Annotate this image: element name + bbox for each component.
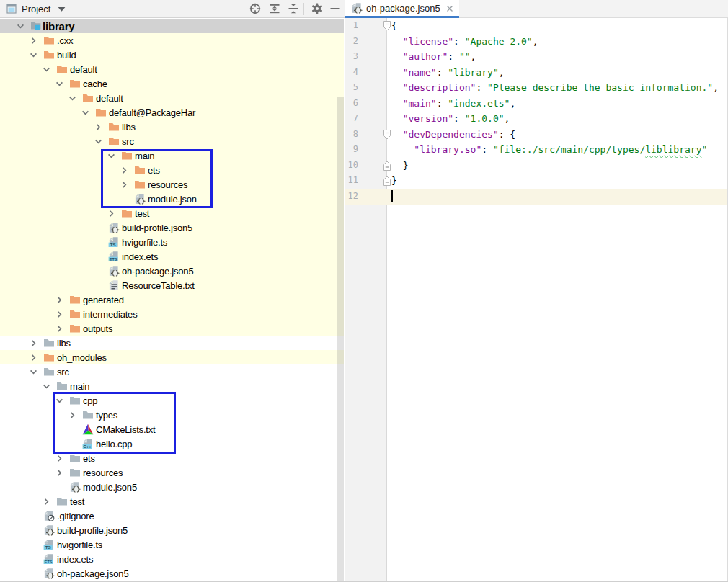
tree-row-hello.cpp[interactable]: C++hello.cpp xyxy=(0,436,344,451)
fold-end-icon[interactable] xyxy=(383,176,391,186)
code-line-1[interactable]: { xyxy=(391,18,397,34)
code-line-3[interactable]: "author": "", xyxy=(391,49,476,65)
code-line-6[interactable]: "main": "index.ets", xyxy=(391,96,515,112)
tree-row-default[interactable]: default xyxy=(0,91,344,105)
tree-row-ets[interactable]: ets xyxy=(0,163,344,177)
caret-row-highlight xyxy=(345,189,728,205)
line-number: 12 xyxy=(345,189,358,205)
code-line-10[interactable]: } xyxy=(391,158,408,174)
tree-row-oh-package.json5[interactable]: oh-package.json5 xyxy=(0,264,344,278)
tree-row-test[interactable]: test xyxy=(0,494,344,509)
svg-text:TS: TS xyxy=(45,545,51,550)
tree-row-build-profile.json5[interactable]: build-profile.json5 xyxy=(0,523,344,537)
folder-orange-icon xyxy=(43,49,55,61)
chevron-collapsed-icon[interactable] xyxy=(42,497,51,506)
expand-all-button[interactable] xyxy=(269,3,280,14)
chevron-collapsed-icon[interactable] xyxy=(29,339,38,348)
tree-row-main[interactable]: main xyxy=(0,148,344,163)
tree-row-oh-package.json5[interactable]: oh-package.json5 xyxy=(0,566,344,581)
tree-row-intermediates[interactable]: intermediates xyxy=(0,307,344,321)
chevron-down-icon[interactable] xyxy=(58,6,66,12)
tree-row-oh_modules[interactable]: oh_modules xyxy=(0,350,344,364)
tree-row-cpp[interactable]: cpp xyxy=(0,393,344,408)
tree-scrollbar-thumb[interactable] xyxy=(337,97,344,582)
chevron-expanded-icon[interactable] xyxy=(55,396,64,406)
tree-row-main[interactable]: main xyxy=(0,379,344,393)
select-opened-file-button[interactable] xyxy=(249,3,261,14)
hide-panel-button[interactable] xyxy=(329,3,341,14)
line-number: 4 xyxy=(345,65,358,81)
editor-body[interactable]: 1{2 "license": "Apache-2.0",3 "author": … xyxy=(345,18,728,582)
chevron-collapsed-icon[interactable] xyxy=(55,324,64,333)
tree-row-index.ets[interactable]: ETSindex.ets xyxy=(0,552,344,566)
tree-row-library[interactable]: library xyxy=(0,19,344,33)
chevron-expanded-icon[interactable] xyxy=(42,382,51,391)
tree-row-libs[interactable]: libs xyxy=(0,120,344,134)
fold-start-icon[interactable] xyxy=(383,130,391,140)
chevron-collapsed-icon[interactable] xyxy=(55,310,64,319)
fold-end-icon[interactable] xyxy=(383,161,391,171)
tree-row-.cxx[interactable]: .cxx xyxy=(0,33,344,48)
tree-row-.gitignore[interactable]: .gitignore xyxy=(0,509,344,523)
active-tab-indicator xyxy=(345,16,459,18)
tree-row-index.ets[interactable]: ETSindex.ets xyxy=(0,249,344,264)
tree-row-hvigorfile.ts[interactable]: TShvigorfile.ts xyxy=(0,537,344,552)
chevron-collapsed-icon[interactable] xyxy=(29,353,38,362)
tree-row-src[interactable]: src xyxy=(0,134,344,148)
chevron-collapsed-icon[interactable] xyxy=(107,209,116,218)
tree-row-src[interactable]: src xyxy=(0,364,344,379)
tree-row-module.json[interactable]: module.json xyxy=(0,192,344,206)
code-token: , xyxy=(713,82,719,93)
tree-row-types[interactable]: types xyxy=(0,408,344,422)
chevron-expanded-icon[interactable] xyxy=(16,22,25,31)
collapse-all-button[interactable] xyxy=(288,3,299,14)
tree-row-test[interactable]: test xyxy=(0,206,344,220)
code-line-4[interactable]: "name": "library", xyxy=(391,65,505,81)
tree-row-resources[interactable]: resources xyxy=(0,177,344,192)
editor-tab[interactable]: oh-package.json5 xyxy=(345,0,459,18)
tree-row-resources[interactable]: resources xyxy=(0,465,344,480)
chevron-expanded-icon[interactable] xyxy=(107,151,116,161)
tree-row-hvigorfile.ts[interactable]: TShvigorfile.ts xyxy=(0,235,344,249)
chevron-expanded-icon[interactable] xyxy=(42,65,51,74)
chevron-collapsed-icon[interactable] xyxy=(29,36,38,45)
tree-row-generated[interactable]: generated xyxy=(0,292,344,307)
tree-row-label: hvigorfile.ts xyxy=(55,540,102,550)
close-tab-icon[interactable] xyxy=(446,5,453,12)
fold-start-icon[interactable] xyxy=(383,21,391,31)
tree-row-build-profile.json5[interactable]: build-profile.json5 xyxy=(0,220,344,235)
tree-row-module.json5[interactable]: module.json5 xyxy=(0,480,344,494)
code-line-8[interactable]: "devDependencies": { xyxy=(391,127,515,143)
code-line-5[interactable]: "description": "Please describe the basi… xyxy=(391,80,719,96)
tree-row-cache[interactable]: cache xyxy=(0,76,344,91)
chevron-collapsed-icon[interactable] xyxy=(55,468,64,478)
chevron-expanded-icon[interactable] xyxy=(29,50,38,60)
chevron-expanded-icon[interactable] xyxy=(68,94,77,103)
chevron-expanded-icon[interactable] xyxy=(94,137,103,146)
settings-gear-button[interactable] xyxy=(311,3,323,14)
tree-row-default@packagehar[interactable]: default@PackageHar xyxy=(0,105,344,120)
chevron-expanded-icon[interactable] xyxy=(55,79,64,89)
chevron-collapsed-icon[interactable] xyxy=(55,454,64,463)
chevron-collapsed-icon[interactable] xyxy=(120,180,129,189)
tree-row-build[interactable]: build xyxy=(0,48,344,62)
chevron-collapsed-icon[interactable] xyxy=(68,411,77,420)
code-line-11[interactable]: } xyxy=(391,173,397,189)
tree-row-cmakelists.txt[interactable]: CMakeLists.txt xyxy=(0,422,344,436)
chevron-collapsed-icon[interactable] xyxy=(94,122,103,132)
tree-row-ets[interactable]: ets xyxy=(0,451,344,465)
chevron-collapsed-icon[interactable] xyxy=(55,295,64,305)
code-line-7[interactable]: "version": "1.0.0", xyxy=(391,111,510,127)
tree-row-resourcetable.txt[interactable]: ResourceTable.txt xyxy=(0,278,344,292)
chevron-collapsed-icon[interactable] xyxy=(120,166,129,175)
chevron-expanded-icon[interactable] xyxy=(29,367,38,377)
tree-row-outputs[interactable]: outputs xyxy=(0,321,344,336)
folder-orange-icon xyxy=(69,294,81,305)
tree-row-libs[interactable]: libs xyxy=(0,336,344,350)
tree-row-default[interactable]: default xyxy=(0,62,344,76)
chevron-expanded-icon[interactable] xyxy=(81,108,90,117)
code-line-2[interactable]: "license": "Apache-2.0", xyxy=(391,34,538,50)
code-line-9[interactable]: "library.so": "file:./src/main/cpp/types… xyxy=(391,142,707,158)
code-token: , xyxy=(505,113,510,124)
folder-orange-icon xyxy=(121,150,133,161)
